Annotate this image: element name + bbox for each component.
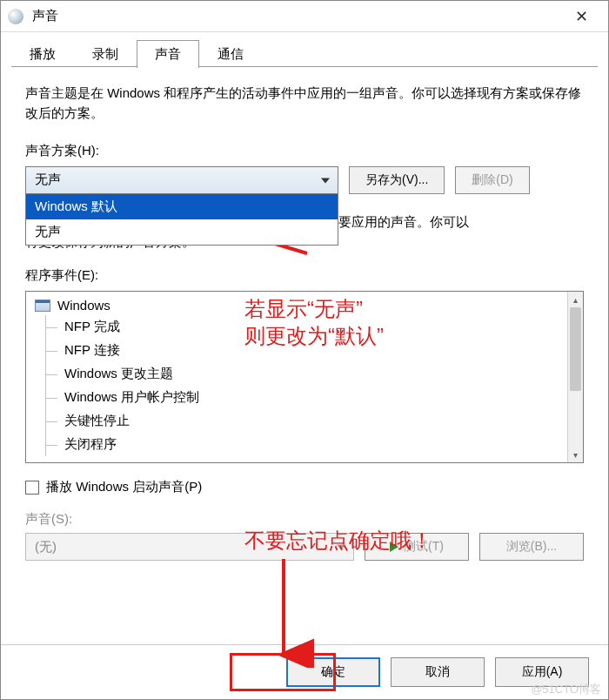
- titlebar: 声音 ✕: [1, 1, 608, 32]
- sound-scheme-dropdown[interactable]: 无声 Windows 默认 无声: [25, 166, 338, 194]
- tree-item[interactable]: Windows 用户帐户控制: [30, 386, 583, 409]
- tab-panel-sounds: 声音主题是在 Windows 和程序产生的活动事件中应用的一组声音。你可以选择现…: [1, 67, 608, 644]
- tree-item[interactable]: 关键性停止: [30, 409, 583, 433]
- tab-recording[interactable]: 录制: [74, 40, 137, 68]
- close-icon: ✕: [575, 7, 588, 26]
- dialog-footer: 确定 取消 应用(A): [1, 644, 608, 699]
- sound-current-value: (无): [35, 539, 57, 555]
- play-startup-sound-checkbox[interactable]: [25, 481, 39, 495]
- scheme-label: 声音方案(H):: [25, 143, 584, 159]
- tab-communications[interactable]: 通信: [199, 40, 262, 68]
- tree-scrollbar[interactable]: ▴ ▾: [567, 292, 583, 462]
- tree-item[interactable]: 关闭程序: [30, 433, 583, 456]
- ok-button[interactable]: 确定: [286, 657, 380, 687]
- scheme-option-default[interactable]: Windows 默认: [26, 194, 338, 219]
- window-icon: [35, 300, 50, 312]
- sound-label: 声音(S):: [25, 511, 584, 528]
- sound-app-icon: [8, 9, 23, 24]
- save-as-button[interactable]: 另存为(V)...: [349, 166, 445, 194]
- browse-button: 浏览(B)...: [479, 533, 584, 561]
- scroll-up-icon[interactable]: ▴: [568, 292, 583, 307]
- close-button[interactable]: ✕: [561, 1, 601, 31]
- cancel-button[interactable]: 取消: [391, 657, 485, 687]
- play-startup-sound-label: 播放 Windows 启动声音(P): [46, 479, 202, 495]
- scheme-selected-value: 无声: [35, 172, 61, 188]
- scheme-option-silent[interactable]: 无声: [26, 219, 338, 245]
- program-events-label: 程序事件(E):: [25, 267, 584, 284]
- scheme-option-list: Windows 默认 无声: [25, 193, 338, 246]
- scroll-thumb[interactable]: [570, 307, 581, 391]
- delete-button: 删除(D): [455, 166, 529, 194]
- tree-item[interactable]: Windows 更改主题: [30, 362, 583, 386]
- tab-sounds[interactable]: 声音: [137, 40, 199, 68]
- scroll-down-icon[interactable]: ▾: [568, 447, 583, 462]
- annotation-text-2: 不要忘记点确定哦！: [244, 527, 432, 554]
- tab-bar: 播放 录制 声音 通信: [1, 32, 608, 67]
- annotation-text-1: 若显示“无声”则更改为“默认”: [244, 295, 384, 349]
- window-title: 声音: [32, 8, 561, 24]
- watermark: @51CTO博客: [531, 682, 601, 697]
- chevron-down-icon: [320, 172, 331, 187]
- description-text: 声音主题是在 Windows 和程序产生的活动事件中应用的一组声音。你可以选择现…: [25, 83, 584, 124]
- tab-playback[interactable]: 播放: [11, 40, 74, 68]
